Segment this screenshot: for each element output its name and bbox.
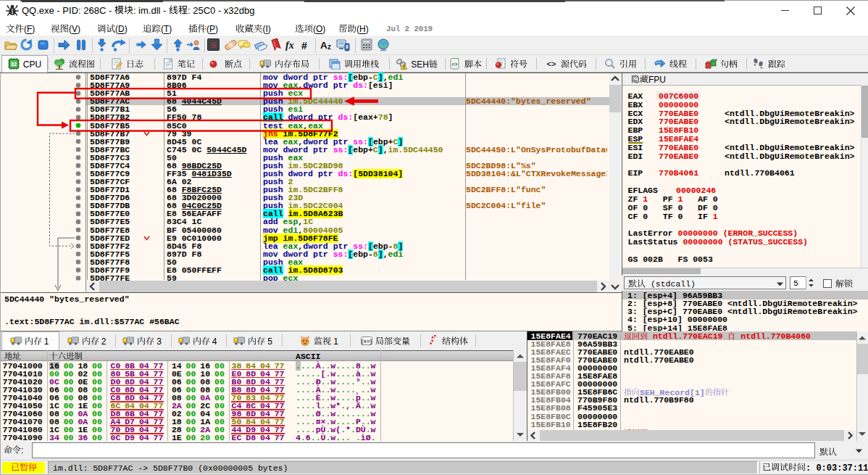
svg-text:<>: <> — [546, 59, 556, 68]
svg-text:[x=]: [x=] — [361, 338, 372, 344]
svg-text:32: 32 — [11, 61, 17, 67]
svg-text:!: ! — [404, 65, 405, 70]
svg-text:S: S — [211, 39, 216, 50]
svg-text:A: A — [320, 40, 327, 51]
svg-text:<>: <> — [451, 62, 457, 67]
svg-text:z: z — [327, 43, 331, 51]
svg-text:#: # — [301, 40, 307, 51]
svg-text:fx: fx — [285, 40, 294, 51]
